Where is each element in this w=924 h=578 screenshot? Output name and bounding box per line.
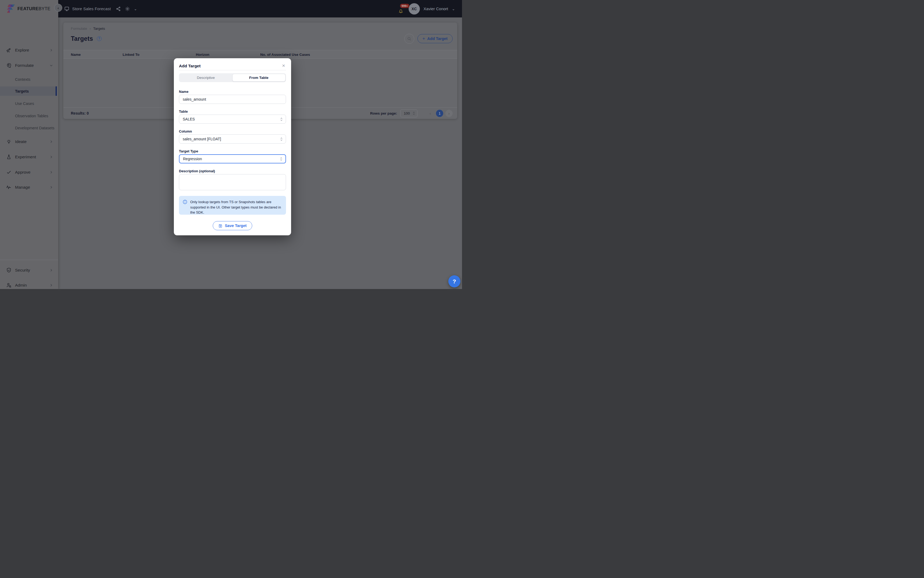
topbar: Store Sales Forecast ⌄ 999+ XC Xavier Co… [58,0,462,18]
search-button[interactable] [404,34,414,44]
chevron-right-icon [50,269,53,272]
avatar[interactable]: XC [409,3,420,15]
name-label: Name [179,89,188,94]
sidebar-item-approve[interactable]: Approve [0,167,58,177]
select-chevrons-icon [413,111,415,115]
telescope-icon [6,47,12,53]
description-textarea[interactable] [179,174,286,190]
table-select[interactable]: SALES [179,115,286,124]
target-type-tabs: Descriptive From Table [179,73,286,82]
column-header-name: Name [71,50,81,59]
featurebyte-logo-text: FEATUREBYTE [18,6,50,11]
notifications-button[interactable]: 999+ [398,6,405,14]
lightbulb-icon [6,139,12,144]
sidebar-collapse-button[interactable]: ‹ [54,4,62,12]
modal-divider [179,70,286,70]
save-disk-icon [219,224,222,228]
project-dropdown-icon[interactable]: ⌄ [134,7,137,11]
checkmark-icon [6,169,12,175]
chevron-right-icon [50,284,53,287]
chevron-down-icon [50,64,53,67]
notification-badge: 999+ [400,4,410,8]
sidebar-divider [0,260,58,260]
info-text: Only lookup targets from TS or Snapshots… [190,200,282,211]
prev-page-button[interactable]: ‹ [426,110,434,117]
target-type-select[interactable]: Regression [179,154,286,163]
select-chevrons-icon [280,137,283,141]
sidebar-item-manage[interactable]: Manage [0,182,58,192]
sidebar-item-observation-tables[interactable]: Observation Tables [0,111,57,120]
shield-check-icon [6,267,12,273]
sidebar-item-security[interactable]: Security [0,265,58,275]
chevron-right-icon [50,186,53,189]
flask-icon [6,154,12,160]
tab-descriptive[interactable]: Descriptive [180,74,232,81]
chevron-right-icon [50,155,53,159]
rows-per-page-select[interactable]: 100 [400,109,417,117]
sidebar-item-development-datasets[interactable]: Development Datasets [0,123,57,133]
activity-pulse-icon [6,184,12,190]
breadcrumb-separator: › [89,26,91,31]
rows-per-page-label: Rows per page: [370,111,397,115]
project-switcher[interactable]: Store Sales Forecast [64,6,111,11]
help-fab-button[interactable]: ? [448,275,460,287]
project-name: Store Sales Forecast [72,6,111,11]
user-name: Xavier Conort [424,6,448,11]
search-icon [407,36,412,41]
select-chevrons-icon [280,117,283,121]
close-icon[interactable]: ✕ [280,63,287,69]
sidebar-item-ideate[interactable]: Ideate [0,137,58,146]
sidebar-item-contexts[interactable]: Contexts [0,75,57,84]
breadcrumb: Formulate › Targets [71,26,105,31]
save-target-button[interactable]: Save Target [213,221,252,230]
sidebar: FEATUREBYTE ‹ Explore Formulate Contexts… [0,0,58,289]
page-title: Targets [71,35,93,42]
info-banner: Only lookup targets from TS or Snapshots… [179,196,286,215]
monitor-icon [64,6,70,11]
column-header-linked-to: Linked To [123,50,139,59]
breadcrumb-formulate[interactable]: Formulate [71,26,87,31]
table-label: Table [179,109,188,114]
info-icon [183,200,187,204]
tab-from-table[interactable]: From Table [232,74,286,81]
column-select[interactable]: sales_amount [FLOAT] [179,135,286,144]
bell-icon [398,8,404,14]
sidebar-item-targets[interactable]: Targets [0,86,57,96]
breadcrumb-targets: Targets [93,26,105,31]
targets-help-icon[interactable]: ? [97,36,102,41]
column-header-use-cases: No. of Associated Use Cases [260,50,310,59]
column-label: Column [179,129,192,133]
settings-gear-icon[interactable] [125,6,130,11]
current-page-badge[interactable]: 1 [436,110,443,117]
sidebar-item-experiment[interactable]: Experiment [0,152,58,162]
add-target-modal: Add Target ✕ Descriptive From Table Name… [174,58,291,235]
results-count: Results: 0 [71,111,89,115]
table-header-row: Name Linked To Horizon No. of Associated… [63,50,457,59]
featurebyte-logo: FEATUREBYTE [6,3,50,14]
modal-title: Add Target [179,63,201,68]
add-target-button[interactable]: + Add Target [417,34,452,43]
plus-icon: + [423,36,425,41]
column-header-horizon: Horizon [196,50,209,59]
target-type-label: Target Type [179,149,198,153]
head-gear-icon [6,63,12,68]
app-window: Store Sales Forecast ⌄ 999+ XC Xavier Co… [0,0,462,289]
chevron-right-icon [50,140,53,143]
description-label: Description (optional) [179,169,215,173]
sidebar-item-explore[interactable]: Explore [0,45,58,55]
featurebyte-logo-mark [6,3,15,14]
share-icon[interactable] [116,6,121,11]
name-input[interactable] [179,95,286,104]
chevron-right-icon [50,49,53,52]
chevron-right-icon [50,170,53,174]
select-chevrons-icon [280,157,282,161]
sidebar-item-formulate[interactable]: Formulate [0,61,58,70]
user-search-icon [6,282,12,288]
collapse-chevron-icon: ‹ [58,6,59,10]
user-menu-chevron-icon[interactable]: ⌄ [452,7,455,11]
sidebar-item-admin[interactable]: Admin [0,281,58,289]
sidebar-item-use-cases[interactable]: Use Cases [0,99,57,108]
next-page-button[interactable]: › [445,110,452,117]
